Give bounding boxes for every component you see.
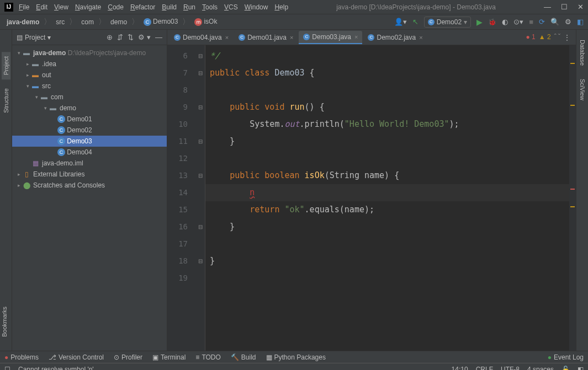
encoding[interactable]: UTF-8 bbox=[501, 366, 520, 370]
editor-tab-demo02[interactable]: CDemo02.java× bbox=[363, 31, 427, 44]
collapse-all-icon[interactable]: ⇅ bbox=[128, 33, 134, 41]
editor-tab-demo03[interactable]: CDemo03.java× bbox=[299, 31, 362, 44]
event-log[interactable]: ● Event Log bbox=[548, 353, 584, 361]
tree-folder-com[interactable]: ▾▬com bbox=[12, 92, 167, 103]
title-bar: IJ FileEditViewNavigateCodeRefactorBuild… bbox=[0, 0, 588, 14]
maximize-button[interactable]: ☐ bbox=[561, 3, 568, 11]
debug-button[interactable]: 🐞 bbox=[488, 18, 496, 26]
search-icon[interactable]: 🔍 bbox=[550, 18, 559, 26]
tree-scratches[interactable]: ▸⬤Scratches and Consoles bbox=[12, 180, 167, 191]
menu-run[interactable]: Run bbox=[183, 3, 195, 11]
bookmarks-tool-tab[interactable]: Bookmarks bbox=[1, 307, 8, 337]
tree-folder-src[interactable]: ▾▬src bbox=[12, 81, 167, 92]
window-title: java-demo [D:\IdeaProjects\java-demo] - … bbox=[288, 3, 544, 11]
profile-button[interactable]: ⊙▾ bbox=[513, 18, 523, 26]
todo-tool[interactable]: ≡ TODO bbox=[195, 353, 220, 361]
hide-icon[interactable]: — bbox=[155, 33, 162, 41]
status-icon[interactable]: ☐ bbox=[4, 366, 10, 370]
close-tab-icon[interactable]: × bbox=[290, 34, 293, 41]
editor-tab-bar: CDemo04.java×CDemo01.java×CDemo03.java×C… bbox=[167, 30, 576, 45]
bottom-toolbar: ●Problems ⎇ Version Control ⊙ Profiler ▣… bbox=[0, 351, 588, 363]
tab-menu-icon[interactable]: ⋮ bbox=[560, 34, 574, 41]
indent[interactable]: 4 spaces bbox=[527, 366, 554, 370]
user-icon[interactable]: 👤▾ bbox=[394, 18, 407, 26]
tree-root[interactable]: ▾▬java-demo D:\IdeaProjects\java-demo bbox=[12, 47, 167, 58]
memory-icon[interactable]: ◧ bbox=[578, 366, 584, 370]
code-editor[interactable]: */public class Demo03 { public void run(… bbox=[205, 45, 569, 351]
vcs-tool[interactable]: ⎇ Version Control bbox=[49, 353, 104, 361]
stop-button[interactable]: ■ bbox=[529, 18, 533, 26]
menu-refactor[interactable]: Refactor bbox=[130, 3, 155, 11]
tree-file-demo03[interactable]: C Demo03 bbox=[12, 136, 167, 147]
plugins-icon[interactable]: ◧ bbox=[577, 18, 584, 26]
update-button[interactable]: ⟳ bbox=[539, 18, 545, 26]
breadcrumb[interactable]: java-demo〉src〉com〉demo〉CDemo03〉misOk bbox=[4, 17, 219, 27]
breadcrumb-demo03[interactable]: CDemo03 bbox=[141, 18, 180, 26]
terminal-tool[interactable]: ▣ Terminal bbox=[152, 353, 186, 361]
editor-tab-demo01[interactable]: CDemo01.java× bbox=[234, 31, 298, 44]
project-tree[interactable]: ▾▬java-demo D:\IdeaProjects\java-demo ▸▬… bbox=[12, 45, 167, 351]
editor-area: CDemo04.java×CDemo01.java×CDemo03.java×C… bbox=[167, 30, 576, 351]
menu-bar: FileEditViewNavigateCodeRefactorBuildRun… bbox=[19, 3, 288, 11]
right-tool-gutter: Database SciView bbox=[576, 30, 588, 351]
expand-all-icon[interactable]: ⇵ bbox=[117, 33, 123, 41]
settings-icon[interactable]: ⚙ bbox=[565, 18, 571, 26]
tree-folder-demo[interactable]: ▾▬demo bbox=[12, 103, 167, 114]
problems-tool[interactable]: ●Problems bbox=[4, 353, 39, 361]
menu-build[interactable]: Build bbox=[162, 3, 177, 11]
project-tool-tab[interactable]: Project bbox=[2, 52, 10, 79]
close-tab-icon[interactable]: × bbox=[354, 34, 358, 40]
run-config-selector[interactable]: C Demo02 ▾ bbox=[424, 17, 471, 28]
minimize-button[interactable]: — bbox=[544, 3, 551, 11]
close-tab-icon[interactable]: × bbox=[419, 34, 422, 41]
build-tool[interactable]: 🔨 Build bbox=[231, 353, 256, 361]
caret-position[interactable]: 14:10 bbox=[452, 366, 468, 370]
error-stripe[interactable] bbox=[569, 45, 576, 351]
structure-tool-tab[interactable]: Structure bbox=[2, 84, 10, 117]
line-number-gutter[interactable]: 678910111213141516171819 bbox=[167, 45, 198, 351]
close-tab-icon[interactable]: × bbox=[225, 34, 229, 41]
menu-edit[interactable]: Edit bbox=[36, 3, 47, 11]
select-opened-file-icon[interactable]: ⊕ bbox=[107, 33, 113, 41]
project-panel-title[interactable]: ▤ Project ▾ bbox=[17, 34, 51, 41]
tool-settings-icon[interactable]: ⚙ ▾ bbox=[138, 33, 151, 41]
breadcrumb-src[interactable]: src bbox=[54, 18, 67, 26]
tree-file-iml[interactable]: ▦java-demo.iml bbox=[12, 158, 167, 169]
menu-tools[interactable]: Tools bbox=[202, 3, 218, 11]
menu-window[interactable]: Window bbox=[245, 3, 268, 11]
tree-file-demo02[interactable]: C Demo02 bbox=[12, 125, 167, 136]
readonly-icon[interactable]: 🔓 bbox=[561, 366, 570, 370]
menu-view[interactable]: View bbox=[54, 3, 68, 11]
coverage-button[interactable]: ◐ bbox=[502, 18, 508, 26]
menu-navigate[interactable]: Navigate bbox=[75, 3, 101, 11]
line-ending[interactable]: CRLF bbox=[476, 366, 493, 370]
app-logo: IJ bbox=[4, 3, 13, 12]
breadcrumb-isok[interactable]: misOk bbox=[192, 18, 219, 26]
menu-file[interactable]: File bbox=[19, 3, 29, 11]
menu-help[interactable]: Help bbox=[274, 3, 288, 11]
fold-gutter[interactable]: ⊟⊟⊟⊟⊟⊟⊟ bbox=[198, 45, 205, 351]
breadcrumb-demo[interactable]: demo bbox=[108, 18, 129, 26]
database-tool-tab[interactable]: Database bbox=[578, 35, 587, 70]
inspection-widget[interactable]: ● 1 ▲ 2 ˆ ˇ bbox=[526, 33, 560, 41]
run-button[interactable]: ▶ bbox=[476, 18, 483, 26]
editor-tab-demo04[interactable]: CDemo04.java× bbox=[169, 31, 233, 44]
profiler-tool[interactable]: ⊙ Profiler bbox=[114, 353, 142, 361]
tree-file-demo01[interactable]: C Demo01 bbox=[12, 114, 167, 125]
menu-code[interactable]: Code bbox=[108, 3, 124, 11]
tree-folder-idea[interactable]: ▸▬.idea bbox=[12, 58, 167, 69]
status-bar: ☐ Cannot resolve symbol 'n' 14:10 CRLF U… bbox=[0, 363, 588, 370]
breadcrumb-java-demo[interactable]: java-demo bbox=[4, 18, 41, 26]
tree-external-libs[interactable]: ▸▯External Libraries bbox=[12, 169, 167, 180]
menu-vcs[interactable]: VCS bbox=[224, 3, 238, 11]
python-packages-tool[interactable]: ▦ Python Packages bbox=[266, 353, 326, 361]
status-message: Cannot resolve symbol 'n' bbox=[18, 366, 94, 370]
sciview-tool-tab[interactable]: SciView bbox=[578, 74, 587, 105]
tree-file-demo04[interactable]: C Demo04 bbox=[12, 147, 167, 158]
breadcrumb-com[interactable]: com bbox=[79, 18, 96, 26]
back-arrow-icon[interactable]: ↖ bbox=[412, 18, 419, 26]
close-button[interactable]: ✕ bbox=[578, 3, 584, 11]
navigation-bar: java-demo〉src〉com〉demo〉CDemo03〉misOk 👤▾ … bbox=[0, 14, 588, 30]
left-tool-gutter: Project Structure bbox=[0, 30, 12, 351]
tree-folder-out[interactable]: ▸▬out bbox=[12, 69, 167, 81]
